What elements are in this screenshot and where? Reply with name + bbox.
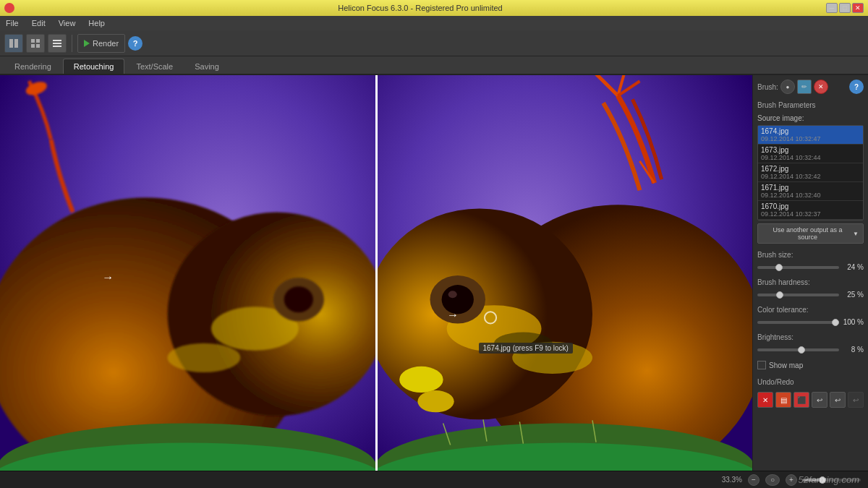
source-item-0[interactable]: 1674.jpg 09.12.2014 10:32:47	[758, 126, 863, 145]
tabbar: Rendering Retouching Text/Scale Saving	[0, 56, 868, 75]
right-image[interactable]: → 1674.jpg (press F9 to lock)	[378, 75, 753, 471]
help-button[interactable]: ?	[128, 36, 142, 51]
layout-icon-1	[9, 39, 18, 48]
source-timestamp-4: 09.12.2014 10:32:37	[761, 210, 860, 218]
svg-point-30	[399, 367, 443, 393]
zoom-in-button[interactable]: +	[786, 474, 797, 486]
show-map-row: Show map	[757, 361, 864, 369]
source-filename-2: 1672.jpg	[761, 165, 860, 173]
app-icon	[4, 3, 14, 13]
menu-file[interactable]: File	[3, 18, 22, 28]
undo-btn-1[interactable]: ✕	[757, 392, 773, 408]
brush-circle-icon[interactable]: ●	[780, 80, 795, 94]
svg-text:→: →	[102, 270, 114, 283]
render-button[interactable]: Render	[77, 34, 125, 53]
source-item-2[interactable]: 1672.jpg 09.12.2014 10:32:42	[758, 163, 863, 182]
undo-btn-2[interactable]: ▤	[775, 392, 791, 408]
redo-btn-2[interactable]: ↩	[830, 392, 846, 408]
render-label: Render	[93, 39, 119, 48]
svg-point-29	[448, 291, 456, 298]
source-filename-0: 1674.jpg	[761, 127, 860, 135]
source-filename-3: 1671.jpg	[761, 184, 860, 192]
source-item-3[interactable]: 1671.jpg 09.12.2014 10:32:40	[758, 182, 863, 201]
statusbar: 33.3% − ○ + 52fanxing.com	[0, 471, 868, 488]
use-another-label: Use another output as a source	[762, 226, 853, 241]
split-line[interactable]	[375, 75, 378, 471]
titlebar: Helicon Focus 6.3.0 - Registered Pro unl…	[0, 0, 868, 16]
zoom-fit-button[interactable]: ○	[765, 474, 780, 486]
brightness-row: 8 %	[757, 346, 864, 354]
menubar: File Edit View Help	[0, 16, 868, 30]
layout-btn-3[interactable]	[48, 34, 67, 53]
menu-help[interactable]: Help	[85, 18, 108, 28]
layout-btn-2[interactable]	[26, 34, 45, 53]
redo-btn-1[interactable]: ↩	[812, 392, 827, 408]
svg-point-31	[417, 390, 454, 412]
right-image-bg: →	[378, 75, 753, 471]
zoom-value: 33.3%	[722, 476, 742, 484]
source-timestamp-2: 09.12.2014 10:32:42	[761, 173, 860, 180]
right-panel: Brush: ● ✏ ✕ ? Brush Parameters Source i…	[752, 75, 868, 471]
brush-pencil-icon[interactable]: ✏	[797, 80, 812, 94]
tab-rendering[interactable]: Rendering	[4, 59, 61, 74]
brush-info-icon[interactable]: ?	[849, 80, 864, 94]
split-view: →	[0, 75, 752, 471]
undo-btn-3[interactable]: ⬛	[793, 392, 809, 408]
svg-rect-5	[36, 44, 40, 48]
toolbar: Render ?	[0, 30, 868, 56]
tab-saving[interactable]: Saving	[184, 59, 229, 74]
brightness-slider[interactable]	[757, 348, 839, 351]
undo-redo-toolbar: ✕ ▤ ⬛ ↩ ↩ ↩	[757, 392, 864, 408]
layout-icon-2	[31, 39, 40, 48]
svg-rect-3	[36, 39, 40, 43]
brush-size-row: 24 %	[757, 263, 864, 271]
use-another-chevron: ▼	[853, 231, 859, 237]
source-timestamp-1: 09.12.2014 10:32:44	[761, 154, 860, 161]
watermark: 52fanxing.com	[798, 474, 859, 485]
svg-point-12	[284, 286, 313, 312]
close-button[interactable]: ✕	[852, 3, 864, 13]
source-timestamp-3: 09.12.2014 10:32:40	[761, 192, 860, 199]
show-map-checkbox[interactable]	[757, 361, 766, 369]
left-image[interactable]: →	[0, 75, 375, 471]
brush-label: Brush:	[757, 83, 778, 91]
source-filename-4: 1670.jpg	[761, 202, 860, 210]
use-another-output-button[interactable]: Use another output as a source ▼	[757, 223, 864, 244]
tab-textscale[interactable]: Text/Scale	[126, 59, 183, 74]
redo-btn-3[interactable]: ↩	[848, 392, 864, 408]
brush-params-title: Brush Parameters	[757, 101, 864, 109]
brightness-label: Brightness:	[757, 333, 864, 341]
color-tolerance-row: 100 %	[757, 318, 864, 326]
svg-point-10	[168, 343, 241, 372]
image-area[interactable]: →	[0, 75, 752, 471]
source-filename-1: 1673.jpg	[761, 146, 860, 154]
menu-view[interactable]: View	[56, 18, 79, 28]
brush-size-slider[interactable]	[757, 266, 839, 269]
brush-hardness-row: 25 %	[757, 291, 864, 299]
svg-rect-0	[9, 39, 13, 48]
maximize-button[interactable]: □	[839, 3, 851, 13]
color-tolerance-slider[interactable]	[757, 321, 839, 324]
title-text: Helicon Focus 6.3.0 - Registered Pro unl…	[14, 4, 826, 12]
undo-redo-label: Undo/Redo	[757, 378, 864, 386]
svg-rect-1	[14, 39, 18, 48]
menu-edit[interactable]: Edit	[29, 18, 48, 28]
brush-hardness-slider[interactable]	[757, 294, 839, 296]
left-image-bg: →	[0, 75, 375, 471]
brush-hardness-value: 25 %	[842, 291, 864, 299]
brightness-value: 8 %	[842, 346, 864, 354]
right-wasp-svg: →	[378, 75, 753, 471]
color-tolerance-value: 100 %	[842, 318, 864, 326]
play-icon	[84, 40, 90, 47]
color-tolerance-label: Color tolerance:	[757, 306, 864, 314]
source-item-4[interactable]: 1670.jpg 09.12.2014 10:32:37	[758, 201, 863, 220]
source-item-1[interactable]: 1673.jpg 09.12.2014 10:32:44	[758, 145, 863, 163]
svg-rect-4	[31, 44, 35, 48]
zoom-out-button[interactable]: −	[748, 474, 760, 486]
layout-btn-1[interactable]	[4, 34, 23, 53]
show-map-label: Show map	[769, 361, 803, 369]
brush-clear-icon[interactable]: ✕	[814, 80, 828, 94]
svg-text:→: →	[446, 308, 458, 321]
tab-retouching[interactable]: Retouching	[63, 59, 125, 74]
minimize-button[interactable]: ─	[826, 3, 838, 13]
